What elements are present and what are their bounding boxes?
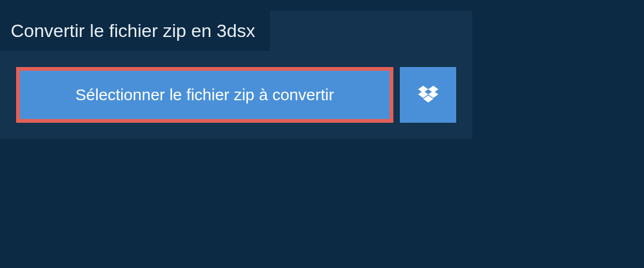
title-tab: Convertir le fichier zip en 3dsx [0,11,270,51]
dropbox-button[interactable] [400,67,456,123]
panel-title: Convertir le fichier zip en 3dsx [11,20,255,41]
dropbox-icon [418,86,438,104]
select-file-button-label: Sélectionner le fichier zip à convertir [76,86,334,104]
select-file-button[interactable]: Sélectionner le fichier zip à convertir [16,67,393,123]
converter-panel: Convertir le fichier zip en 3dsx Sélecti… [0,11,472,139]
button-row: Sélectionner le fichier zip à convertir [0,51,472,123]
